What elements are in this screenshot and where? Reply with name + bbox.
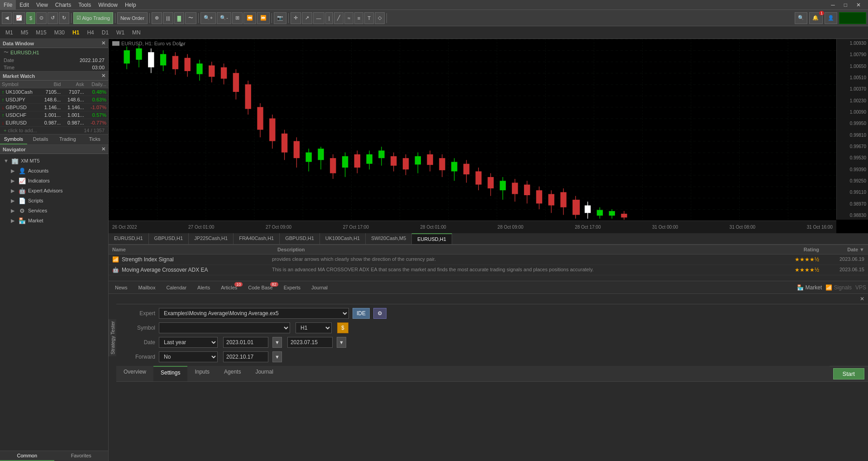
date-from-input[interactable] [223,337,268,348]
chart-tab-jp225[interactable]: JP225Cash,H1 [189,233,234,244]
forward-select[interactable]: No [159,351,218,362]
bars-btn[interactable]: ||| [163,12,173,24]
tab-mailbox[interactable]: Mailbox [134,284,160,291]
tf-h1[interactable]: H1 [69,27,83,38]
st-close-btn[interactable]: ✕ [860,296,864,302]
tf-m5[interactable]: M5 [17,27,32,38]
chart-tab-eurusd-h1-1[interactable]: EURUSD,H1 [109,233,149,244]
navigator-experts[interactable]: ▶ 🤖 Expert Advisors [0,186,108,196]
tab-codebase[interactable]: Code Base82 [243,284,277,291]
tf-mn[interactable]: MN [129,27,144,38]
line-btn[interactable]: 〜 [185,12,196,24]
st-tab-inputs[interactable]: Inputs [187,366,217,381]
notifications-btn[interactable]: 🔔1 [809,12,823,24]
tf-m15[interactable]: M15 [32,27,50,38]
menu-edit[interactable]: Edit [16,0,33,10]
st-tab-agents[interactable]: Agents [217,366,248,381]
navigator-broker[interactable]: ▼ 🏢 XM MT5 [0,156,108,166]
table-row[interactable]: ↓GBPUSD 1.146... 1.146... -1.07% [0,104,108,111]
redo-btn[interactable]: ↻ [59,12,69,24]
window-close[interactable]: ✕ [853,0,864,10]
tf-d1[interactable]: D1 [98,27,112,38]
search-btn[interactable]: 🔍 [795,12,807,24]
fib-btn[interactable]: ≡ [354,12,363,24]
navigator-scripts[interactable]: ▶ 📄 Scripts [0,196,108,206]
trendline-btn[interactable]: ╱ [334,12,343,24]
forward-date-calendar[interactable]: ▼ [272,351,282,362]
menu-tools[interactable]: Tools [75,0,95,10]
menu-help[interactable]: Help [121,0,140,10]
menu-view[interactable]: View [33,0,52,10]
tab-calendar[interactable]: Calendar [162,284,191,291]
scroll-right-btn[interactable]: ⏩ [257,12,270,24]
candles-btn[interactable]: ▓ [174,12,184,24]
new-order-btn[interactable]: New Order [117,12,148,24]
tf-m30[interactable]: M30 [51,27,68,38]
settings-btn[interactable]: ⚙ [373,308,386,319]
mw-tab-symbols[interactable]: Symbols [0,134,27,144]
tab-news[interactable]: News [110,284,132,291]
cb-col-name[interactable]: Name [109,245,274,254]
market-link[interactable]: 🏪 Market [797,284,822,291]
list-item[interactable]: 📶 Strength Index Signal provides clear a… [109,255,868,265]
cb-col-rating[interactable]: Rating [755,245,823,254]
st-tab-journal[interactable]: Journal [248,366,280,381]
chart-tab-gbpusd-h1-2[interactable]: GBPUSD,H1 [280,233,320,244]
chart-collapse-btn[interactable]: ▲ [179,42,184,47]
screenshot-btn[interactable]: 📷 [274,12,286,24]
date-to-calendar[interactable]: ▼ [337,337,346,348]
algo-trading-btn[interactable]: ☑ Algo Trading [73,12,113,24]
crosshair2-btn[interactable]: ✛ [291,12,301,24]
symbol-icon-btn[interactable]: $ [337,322,348,333]
navigator-accounts[interactable]: ▶ 👤 Accounts [0,166,108,176]
symbol-select[interactable] [159,322,290,333]
mw-tab-trading[interactable]: Trading [54,134,81,144]
chart-tab-fra40[interactable]: FRA40Cash,H1 [234,233,280,244]
date-preset-select[interactable]: Last year [159,337,218,348]
channel-btn[interactable]: ≈ [344,12,353,24]
back-btn[interactable]: ◀ [2,12,12,24]
chart-tab-swi20[interactable]: SWI20Cash,M5 [366,233,412,244]
new-chart-btn[interactable]: 📈 [13,12,25,24]
table-row[interactable]: ↑USDJPY 148.6... 148.6... 0.63% [0,96,108,104]
cb-col-date[interactable]: Date ▼ [823,245,868,254]
timeframe-select[interactable]: H1 [296,322,332,333]
forward-date-input[interactable] [223,351,268,362]
draw-btn[interactable]: ↗ [302,12,312,24]
market-watch-close[interactable]: ✕ [101,73,105,79]
crosshair-btn[interactable]: ⊕ [152,12,162,24]
nav-tab-common[interactable]: Common [0,451,54,461]
tf-w1[interactable]: W1 [113,27,128,38]
zoom-in-btn[interactable]: 🔍+ [200,12,216,24]
chart-tab-uk100[interactable]: UK100Cash,H1 [320,233,366,244]
tab-experts[interactable]: Experts [279,284,305,291]
tab-articles[interactable]: Articles10 [216,284,242,291]
navigator-indicators[interactable]: ▶ 📈 Indicators [0,176,108,186]
expert-select[interactable]: Examples\Moving Average\Moving Average.e… [159,308,349,319]
nav-tab-favorites[interactable]: Favorites [54,451,109,461]
text-btn[interactable]: T [364,12,374,24]
connect-btn[interactable]: ⊙ [36,12,47,24]
tab-alerts[interactable]: Alerts [193,284,215,291]
table-row[interactable]: ↓EURUSD 0.987... 0.987... -0.77% [0,119,108,127]
profile-btn[interactable]: 👤 [825,12,837,24]
chart-tab-gbpusd-h1-1[interactable]: GBPUSD,H1 [149,233,189,244]
navigator-close[interactable]: ✕ [101,146,105,152]
window-minimize[interactable]: ─ [827,0,839,10]
data-window-close[interactable]: ✕ [101,40,105,46]
refresh-btn[interactable]: ↺ [48,12,58,24]
vps-link[interactable]: VPS [855,284,866,291]
table-row[interactable]: ↑USDCHF 1.001... 1.001... 0.57% [0,111,108,119]
vertical-btn[interactable]: | [325,12,333,24]
st-tab-settings[interactable]: Settings [153,366,187,381]
mw-tab-details[interactable]: Details [27,134,54,144]
list-item[interactable]: 🤖 Moving Average Crossover ADX EA This i… [109,265,868,275]
navigator-services[interactable]: ▶ ⚙ Services [0,206,108,216]
scroll-left-btn[interactable]: ⏪ [243,12,256,24]
chart-tab-eurusd-h1-2[interactable]: EURUSD,H1 [412,233,452,244]
start-btn[interactable]: Start [833,368,864,379]
chart-canvas[interactable]: EURUSD, H1: Euro vs Dollar ▲ [109,39,868,233]
grid-btn[interactable]: ⊞ [232,12,243,24]
menu-file[interactable]: File [0,0,16,10]
menu-window[interactable]: Window [95,0,121,10]
